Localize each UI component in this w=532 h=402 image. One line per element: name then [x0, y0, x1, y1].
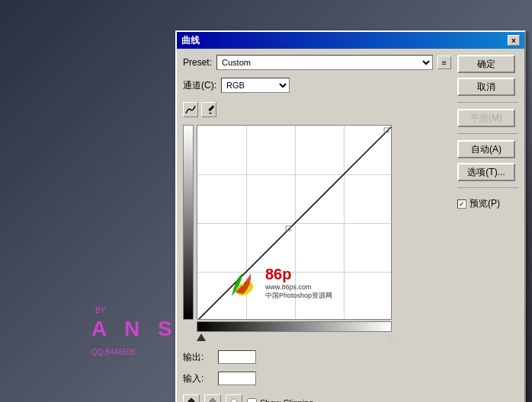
input-row: 输入: — [183, 372, 451, 385]
eyedropper-row: Show Clipping — [183, 394, 451, 402]
white-eyedropper-button[interactable] — [226, 394, 242, 402]
black-point-slider[interactable] — [197, 333, 206, 341]
preset-row: Preset: Custom Default Strong Contrast L… — [183, 55, 451, 70]
show-clipping-label: Show Clipping — [260, 398, 313, 402]
smooth-button[interactable]: 平滑(M) — [457, 109, 515, 127]
channel-select[interactable]: RGB Red Green Blue — [221, 78, 290, 93]
bg-qq-text: QQ:8446508 — [91, 348, 135, 356]
bg-ans-text: A N S — [91, 317, 178, 341]
input-input[interactable] — [218, 372, 256, 385]
channel-label: 通道(C): — [183, 79, 216, 92]
curve-tool-button[interactable] — [183, 102, 198, 117]
close-button[interactable]: × — [508, 35, 520, 46]
preview-row: ✓ 预览(P) — [457, 197, 518, 210]
output-label: 输出: — [183, 351, 213, 364]
curve-canvas-wrapper: 86p www.86ps.com 中国Photoshop资源网 — [197, 125, 451, 343]
slider-row — [197, 333, 392, 343]
preview-label: 预览(P) — [470, 197, 500, 210]
output-row: 输出: — [183, 350, 451, 364]
black-eyedropper-button[interactable] — [183, 394, 200, 402]
show-clipping-checkbox[interactable] — [247, 398, 257, 403]
svg-rect-0 — [208, 105, 214, 111]
gray-eyedropper-button[interactable] — [204, 394, 221, 402]
input-gradient-bar — [197, 321, 392, 332]
svg-line-2 — [197, 126, 392, 320]
curves-area: 86p www.86ps.com 中国Photoshop资源网 — [183, 125, 451, 343]
curves-dialog: 曲线 × Preset: Custom Default Strong Contr… — [175, 30, 526, 402]
pencil-tool-button[interactable] — [201, 102, 216, 117]
divider3 — [457, 187, 518, 188]
white-point-slider[interactable] — [386, 333, 395, 341]
dialog-content: Preset: Custom Default Strong Contrast L… — [177, 49, 524, 402]
preview-checkbox[interactable]: ✓ — [457, 199, 466, 209]
curve-line — [197, 126, 392, 320]
divider2 — [457, 133, 518, 134]
input-label: 输入: — [183, 372, 213, 385]
bg-by-text: BY — [95, 306, 105, 314]
options-button[interactable]: 选项(T)... — [457, 163, 515, 181]
svg-marker-1 — [209, 113, 212, 114]
ok-button[interactable]: 确定 — [457, 55, 515, 73]
auto-button[interactable]: 自动(A) — [457, 140, 515, 158]
show-clipping-row: Show Clipping — [247, 398, 313, 403]
channel-row: 通道(C): RGB Red Green Blue — [183, 78, 451, 93]
curve-canvas[interactable]: 86p www.86ps.com 中国Photoshop资源网 — [197, 125, 392, 320]
dialog-titlebar: 曲线 × — [177, 32, 524, 49]
preset-label: Preset: — [183, 57, 212, 68]
preset-select[interactable]: Custom Default Strong Contrast Linear Co… — [216, 55, 433, 70]
cancel-button[interactable]: 取消 — [457, 78, 515, 96]
preset-menu-icon[interactable]: ≡ — [437, 56, 451, 69]
left-panel: Preset: Custom Default Strong Contrast L… — [183, 55, 451, 402]
divider — [457, 102, 518, 103]
right-panel: 确定 取消 平滑(M) 自动(A) 选项(T)... ✓ 预览(P) — [457, 55, 518, 402]
tool-row — [183, 102, 451, 117]
output-input[interactable] — [218, 350, 256, 364]
output-gradient-bar — [183, 125, 194, 320]
dialog-title: 曲线 — [181, 34, 200, 47]
